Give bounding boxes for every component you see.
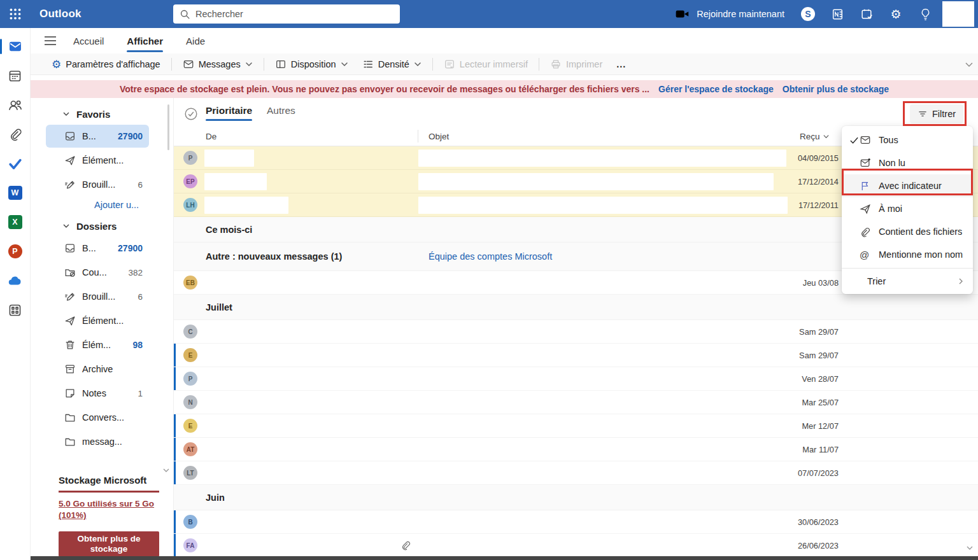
toolbar-overflow-button[interactable]: ... xyxy=(609,53,633,75)
filter-menu-item-a-moi[interactable]: À moi xyxy=(842,197,973,220)
folder-item[interactable]: Élém...98 xyxy=(46,333,149,356)
rail-calendar-icon[interactable] xyxy=(0,61,31,90)
tab-prioritaire[interactable]: Prioritaire xyxy=(206,105,252,116)
folder-item[interactable]: B...27900 xyxy=(46,125,149,148)
folder-count: 98 xyxy=(132,340,143,350)
lightbulb-icon[interactable] xyxy=(911,0,940,28)
filter-menu-item-avec-indicateur[interactable]: Avec indicateur xyxy=(842,174,973,197)
column-received[interactable]: Reçu xyxy=(800,132,830,141)
rail-onedrive-icon[interactable] xyxy=(0,266,31,295)
layout-dropdown-button[interactable]: Disposition xyxy=(268,53,355,75)
folder-count: 1 xyxy=(138,389,143,398)
onenote-icon[interactable] xyxy=(823,0,852,28)
received-date: Mer 12/07 xyxy=(802,421,839,431)
rail-people-icon[interactable] xyxy=(0,90,31,120)
sidebar-scroll-down-icon[interactable] xyxy=(162,466,171,475)
message-row[interactable]: NMar 25/07 xyxy=(174,391,978,414)
filter-menu-item-mentionne-mon-nom[interactable]: @ Mentionne mon nom xyxy=(842,243,973,266)
settings-gear-icon[interactable]: ⚙ xyxy=(881,0,911,28)
tab-afficher[interactable]: Afficher xyxy=(127,28,163,53)
date-section-header[interactable]: Juin xyxy=(174,485,978,510)
rail-attachments-icon[interactable] xyxy=(0,120,31,149)
folder-item[interactable]: Brouill...6 xyxy=(46,173,149,196)
filter-menu-sort[interactable]: Trier xyxy=(842,270,973,291)
avatar: FA xyxy=(183,538,197,552)
message-row[interactable]: EMer 12/07 xyxy=(174,414,978,438)
filter-button[interactable]: Filtrer xyxy=(910,104,963,123)
rail-mail-icon[interactable] xyxy=(0,32,31,61)
folder-item[interactable]: Archive xyxy=(46,358,149,381)
filter-menu-item-contient-des-fichiers[interactable]: Contient des fichiers xyxy=(842,220,973,243)
manage-storage-link[interactable]: Gérer l'espace de stockage xyxy=(658,84,774,94)
favorites-header[interactable]: Favoris xyxy=(31,104,173,123)
ribbon-collapse-chevron-icon[interactable] xyxy=(964,59,974,69)
redacted-subject xyxy=(418,173,774,190)
select-all-icon[interactable] xyxy=(184,107,198,121)
column-from[interactable]: De xyxy=(206,132,216,141)
rail-excel-icon[interactable]: X xyxy=(0,207,31,237)
notice-sender-link[interactable]: Équipe des comptes Microsoft xyxy=(429,251,552,262)
rail-todo-icon[interactable] xyxy=(0,149,31,178)
add-favorite-link[interactable]: Ajouter u... xyxy=(94,200,173,210)
filter-menu: Tous Non lu Avec indicateur À moi Contie… xyxy=(842,126,973,294)
filter-menu-item-tous[interactable]: Tous xyxy=(842,129,973,151)
flag-icon xyxy=(860,181,879,192)
filter-menu-label: À moi xyxy=(879,204,902,214)
message-row[interactable]: CSam 29/07 xyxy=(174,320,978,344)
messages-dropdown-button[interactable]: Messages xyxy=(176,53,260,75)
folder-item[interactable]: Élément... xyxy=(46,309,149,332)
message-row[interactable]: B30/06/2023 xyxy=(174,510,978,534)
storage-usage-link[interactable]: 5.0 Go utilisés sur 5 Go (101%) xyxy=(59,498,160,521)
mail-icon xyxy=(860,134,879,146)
folder-item[interactable]: Élément... xyxy=(46,149,149,172)
search-box[interactable] xyxy=(173,4,400,24)
list-scroll-down-icon[interactable] xyxy=(965,543,974,552)
folder-count: 6 xyxy=(138,180,143,190)
message-row[interactable]: PVen 28/07 xyxy=(174,367,978,391)
filter-menu-item-non-lu[interactable]: Non lu xyxy=(842,151,973,174)
folder-item[interactable]: Notes1 xyxy=(46,382,149,405)
folder-item[interactable]: Brouill...6 xyxy=(46,285,149,308)
app-launcher-icon[interactable] xyxy=(0,7,31,21)
date-section-header[interactable]: Juillet xyxy=(174,295,978,320)
folder-item[interactable]: Cou...382 xyxy=(46,261,149,284)
folder-item[interactable]: B...27900 xyxy=(46,237,149,260)
message-row[interactable]: FA26/06/2023 xyxy=(174,534,978,557)
folders-header-label: Dossiers xyxy=(76,221,117,232)
tab-aide[interactable]: Aide xyxy=(186,28,205,53)
horizontal-scrollbar[interactable] xyxy=(31,556,978,560)
folder-item[interactable]: messag... xyxy=(46,430,149,453)
join-now-button[interactable]: Rejoindre maintenant xyxy=(675,8,784,20)
skype-icon[interactable]: S xyxy=(793,0,823,28)
get-more-storage-link[interactable]: Obtenir plus de stockage xyxy=(783,84,889,94)
rail-word-icon[interactable]: W xyxy=(0,178,31,207)
display-settings-button[interactable]: ⚙ Paramètres d'affichage xyxy=(45,53,167,75)
message-row[interactable]: LT07/07/2023 xyxy=(174,461,978,485)
tab-autres[interactable]: Autres xyxy=(267,105,295,116)
column-subject[interactable]: Objet xyxy=(429,132,449,141)
redacted-sender xyxy=(204,173,267,190)
rail-apps-icon[interactable] xyxy=(0,295,31,325)
received-date: 04/09/2015 xyxy=(798,153,839,163)
avatar: E xyxy=(183,348,197,362)
rail-powerpoint-icon[interactable]: P xyxy=(0,237,31,266)
tab-accueil[interactable]: Accueil xyxy=(73,28,104,53)
sidebar-scrollbar[interactable] xyxy=(167,104,169,150)
folder-label: Archive xyxy=(82,364,113,374)
hamburger-icon[interactable] xyxy=(43,34,57,47)
redacted-subject xyxy=(418,197,788,214)
chevron-right-icon xyxy=(956,277,965,286)
archive-icon xyxy=(64,363,76,375)
notice-label: Autre : nouveaux messages (1) xyxy=(206,251,342,262)
received-date: 07/07/2023 xyxy=(798,468,839,478)
message-row[interactable]: ATMar 11/07 xyxy=(174,438,978,461)
get-more-storage-button[interactable]: Obtenir plus de stockage xyxy=(59,531,159,557)
calendar-check-icon[interactable] xyxy=(852,0,881,28)
folder-item[interactable]: Convers... xyxy=(46,406,149,429)
message-row[interactable]: ESam 29/07 xyxy=(174,344,978,367)
folder-count: 27900 xyxy=(118,243,143,253)
search-input[interactable] xyxy=(195,9,374,19)
folders-header[interactable]: Dossiers xyxy=(31,216,173,235)
density-dropdown-button[interactable]: Densité xyxy=(355,53,429,75)
profile-avatar[interactable] xyxy=(942,1,974,27)
